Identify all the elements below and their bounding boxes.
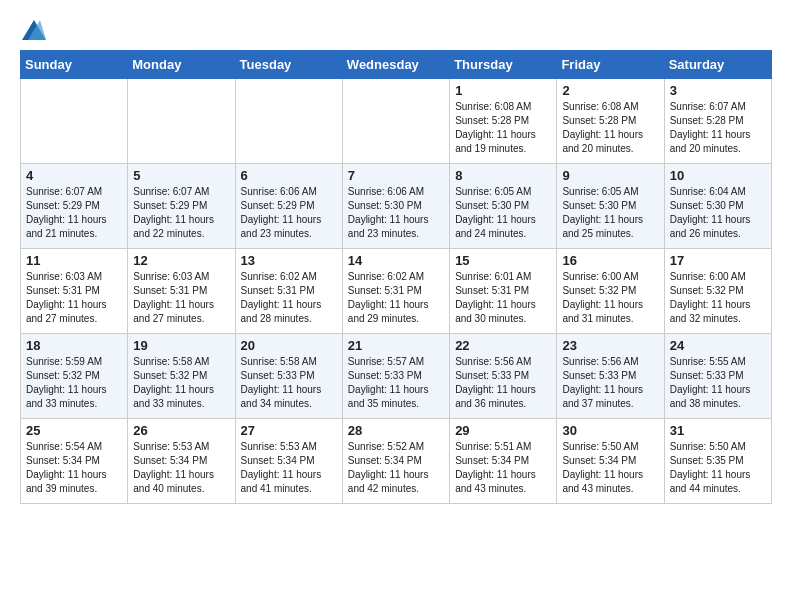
day-info: Sunrise: 5:56 AM Sunset: 5:33 PM Dayligh… bbox=[455, 355, 551, 411]
calendar-cell: 24Sunrise: 5:55 AM Sunset: 5:33 PM Dayli… bbox=[664, 334, 771, 419]
day-number: 15 bbox=[455, 253, 551, 268]
calendar-cell: 11Sunrise: 6:03 AM Sunset: 5:31 PM Dayli… bbox=[21, 249, 128, 334]
calendar-cell: 28Sunrise: 5:52 AM Sunset: 5:34 PM Dayli… bbox=[342, 419, 449, 504]
day-info: Sunrise: 6:06 AM Sunset: 5:30 PM Dayligh… bbox=[348, 185, 444, 241]
logo bbox=[20, 20, 46, 40]
day-number: 17 bbox=[670, 253, 766, 268]
calendar-cell: 27Sunrise: 5:53 AM Sunset: 5:34 PM Dayli… bbox=[235, 419, 342, 504]
day-number: 21 bbox=[348, 338, 444, 353]
day-info: Sunrise: 6:03 AM Sunset: 5:31 PM Dayligh… bbox=[133, 270, 229, 326]
day-header-tuesday: Tuesday bbox=[235, 51, 342, 79]
day-number: 23 bbox=[562, 338, 658, 353]
day-number: 6 bbox=[241, 168, 337, 183]
day-number: 26 bbox=[133, 423, 229, 438]
calendar-cell bbox=[21, 79, 128, 164]
day-info: Sunrise: 5:52 AM Sunset: 5:34 PM Dayligh… bbox=[348, 440, 444, 496]
day-number: 31 bbox=[670, 423, 766, 438]
day-info: Sunrise: 6:04 AM Sunset: 5:30 PM Dayligh… bbox=[670, 185, 766, 241]
day-info: Sunrise: 6:05 AM Sunset: 5:30 PM Dayligh… bbox=[562, 185, 658, 241]
day-info: Sunrise: 6:01 AM Sunset: 5:31 PM Dayligh… bbox=[455, 270, 551, 326]
day-info: Sunrise: 5:51 AM Sunset: 5:34 PM Dayligh… bbox=[455, 440, 551, 496]
day-number: 16 bbox=[562, 253, 658, 268]
logo-icon bbox=[22, 20, 46, 40]
day-info: Sunrise: 5:53 AM Sunset: 5:34 PM Dayligh… bbox=[241, 440, 337, 496]
calendar-cell: 3Sunrise: 6:07 AM Sunset: 5:28 PM Daylig… bbox=[664, 79, 771, 164]
day-number: 12 bbox=[133, 253, 229, 268]
calendar-cell: 18Sunrise: 5:59 AM Sunset: 5:32 PM Dayli… bbox=[21, 334, 128, 419]
calendar-week-row: 1Sunrise: 6:08 AM Sunset: 5:28 PM Daylig… bbox=[21, 79, 772, 164]
day-number: 29 bbox=[455, 423, 551, 438]
day-info: Sunrise: 6:05 AM Sunset: 5:30 PM Dayligh… bbox=[455, 185, 551, 241]
day-number: 19 bbox=[133, 338, 229, 353]
calendar-cell: 12Sunrise: 6:03 AM Sunset: 5:31 PM Dayli… bbox=[128, 249, 235, 334]
day-number: 2 bbox=[562, 83, 658, 98]
calendar-cell bbox=[342, 79, 449, 164]
calendar-cell: 13Sunrise: 6:02 AM Sunset: 5:31 PM Dayli… bbox=[235, 249, 342, 334]
day-number: 30 bbox=[562, 423, 658, 438]
day-number: 10 bbox=[670, 168, 766, 183]
day-header-friday: Friday bbox=[557, 51, 664, 79]
calendar-week-row: 25Sunrise: 5:54 AM Sunset: 5:34 PM Dayli… bbox=[21, 419, 772, 504]
day-info: Sunrise: 5:56 AM Sunset: 5:33 PM Dayligh… bbox=[562, 355, 658, 411]
day-info: Sunrise: 6:08 AM Sunset: 5:28 PM Dayligh… bbox=[562, 100, 658, 156]
day-number: 3 bbox=[670, 83, 766, 98]
day-number: 22 bbox=[455, 338, 551, 353]
calendar-cell: 10Sunrise: 6:04 AM Sunset: 5:30 PM Dayli… bbox=[664, 164, 771, 249]
day-header-wednesday: Wednesday bbox=[342, 51, 449, 79]
calendar-cell: 25Sunrise: 5:54 AM Sunset: 5:34 PM Dayli… bbox=[21, 419, 128, 504]
day-info: Sunrise: 5:54 AM Sunset: 5:34 PM Dayligh… bbox=[26, 440, 122, 496]
calendar-cell bbox=[128, 79, 235, 164]
day-info: Sunrise: 6:00 AM Sunset: 5:32 PM Dayligh… bbox=[562, 270, 658, 326]
day-number: 8 bbox=[455, 168, 551, 183]
calendar-cell: 20Sunrise: 5:58 AM Sunset: 5:33 PM Dayli… bbox=[235, 334, 342, 419]
calendar-cell: 21Sunrise: 5:57 AM Sunset: 5:33 PM Dayli… bbox=[342, 334, 449, 419]
day-number: 20 bbox=[241, 338, 337, 353]
day-info: Sunrise: 6:07 AM Sunset: 5:29 PM Dayligh… bbox=[133, 185, 229, 241]
calendar-table: SundayMondayTuesdayWednesdayThursdayFrid… bbox=[20, 50, 772, 504]
day-info: Sunrise: 6:02 AM Sunset: 5:31 PM Dayligh… bbox=[348, 270, 444, 326]
calendar-cell: 9Sunrise: 6:05 AM Sunset: 5:30 PM Daylig… bbox=[557, 164, 664, 249]
day-number: 13 bbox=[241, 253, 337, 268]
calendar-cell: 7Sunrise: 6:06 AM Sunset: 5:30 PM Daylig… bbox=[342, 164, 449, 249]
calendar-cell: 5Sunrise: 6:07 AM Sunset: 5:29 PM Daylig… bbox=[128, 164, 235, 249]
calendar-cell: 2Sunrise: 6:08 AM Sunset: 5:28 PM Daylig… bbox=[557, 79, 664, 164]
day-info: Sunrise: 6:02 AM Sunset: 5:31 PM Dayligh… bbox=[241, 270, 337, 326]
day-number: 14 bbox=[348, 253, 444, 268]
day-header-saturday: Saturday bbox=[664, 51, 771, 79]
day-number: 24 bbox=[670, 338, 766, 353]
calendar-cell: 17Sunrise: 6:00 AM Sunset: 5:32 PM Dayli… bbox=[664, 249, 771, 334]
calendar-cell: 6Sunrise: 6:06 AM Sunset: 5:29 PM Daylig… bbox=[235, 164, 342, 249]
page-header bbox=[20, 20, 772, 40]
day-info: Sunrise: 6:08 AM Sunset: 5:28 PM Dayligh… bbox=[455, 100, 551, 156]
calendar-cell: 29Sunrise: 5:51 AM Sunset: 5:34 PM Dayli… bbox=[450, 419, 557, 504]
day-info: Sunrise: 5:55 AM Sunset: 5:33 PM Dayligh… bbox=[670, 355, 766, 411]
calendar-cell: 23Sunrise: 5:56 AM Sunset: 5:33 PM Dayli… bbox=[557, 334, 664, 419]
calendar-cell: 8Sunrise: 6:05 AM Sunset: 5:30 PM Daylig… bbox=[450, 164, 557, 249]
day-info: Sunrise: 6:06 AM Sunset: 5:29 PM Dayligh… bbox=[241, 185, 337, 241]
calendar-cell: 16Sunrise: 6:00 AM Sunset: 5:32 PM Dayli… bbox=[557, 249, 664, 334]
calendar-cell: 31Sunrise: 5:50 AM Sunset: 5:35 PM Dayli… bbox=[664, 419, 771, 504]
calendar-cell: 19Sunrise: 5:58 AM Sunset: 5:32 PM Dayli… bbox=[128, 334, 235, 419]
calendar-header-row: SundayMondayTuesdayWednesdayThursdayFrid… bbox=[21, 51, 772, 79]
calendar-week-row: 4Sunrise: 6:07 AM Sunset: 5:29 PM Daylig… bbox=[21, 164, 772, 249]
day-number: 4 bbox=[26, 168, 122, 183]
day-header-thursday: Thursday bbox=[450, 51, 557, 79]
day-info: Sunrise: 6:07 AM Sunset: 5:29 PM Dayligh… bbox=[26, 185, 122, 241]
calendar-cell: 4Sunrise: 6:07 AM Sunset: 5:29 PM Daylig… bbox=[21, 164, 128, 249]
day-info: Sunrise: 6:03 AM Sunset: 5:31 PM Dayligh… bbox=[26, 270, 122, 326]
day-number: 5 bbox=[133, 168, 229, 183]
day-info: Sunrise: 6:00 AM Sunset: 5:32 PM Dayligh… bbox=[670, 270, 766, 326]
calendar-cell: 26Sunrise: 5:53 AM Sunset: 5:34 PM Dayli… bbox=[128, 419, 235, 504]
day-header-monday: Monday bbox=[128, 51, 235, 79]
day-header-sunday: Sunday bbox=[21, 51, 128, 79]
day-info: Sunrise: 5:59 AM Sunset: 5:32 PM Dayligh… bbox=[26, 355, 122, 411]
calendar-cell bbox=[235, 79, 342, 164]
day-number: 28 bbox=[348, 423, 444, 438]
calendar-cell: 30Sunrise: 5:50 AM Sunset: 5:34 PM Dayli… bbox=[557, 419, 664, 504]
calendar-cell: 22Sunrise: 5:56 AM Sunset: 5:33 PM Dayli… bbox=[450, 334, 557, 419]
day-info: Sunrise: 6:07 AM Sunset: 5:28 PM Dayligh… bbox=[670, 100, 766, 156]
day-number: 11 bbox=[26, 253, 122, 268]
day-number: 18 bbox=[26, 338, 122, 353]
calendar-week-row: 18Sunrise: 5:59 AM Sunset: 5:32 PM Dayli… bbox=[21, 334, 772, 419]
day-info: Sunrise: 5:58 AM Sunset: 5:33 PM Dayligh… bbox=[241, 355, 337, 411]
